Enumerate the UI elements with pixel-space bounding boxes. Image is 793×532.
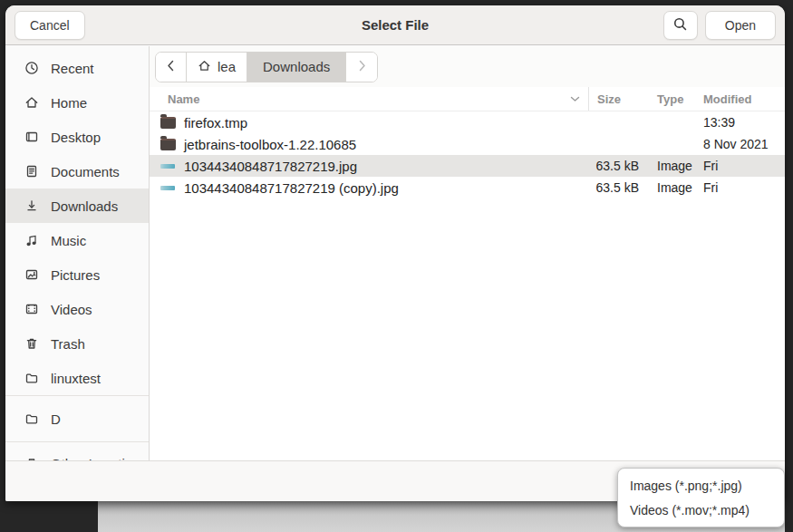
desktop-icon	[24, 130, 39, 145]
home-icon	[198, 59, 211, 75]
sidebar-item-label: Downloads	[51, 198, 118, 214]
breadcrumb: lea Downloads	[155, 52, 378, 82]
music-note-icon	[24, 233, 39, 248]
sidebar-item-downloads[interactable]: Downloads	[5, 189, 149, 223]
open-button[interactable]: Open	[705, 11, 776, 40]
film-icon	[24, 302, 39, 317]
column-header-name[interactable]: Name	[150, 87, 589, 111]
trash-icon	[24, 336, 39, 352]
search-icon	[672, 16, 688, 34]
sidebar-item-label: Recent	[51, 61, 94, 76]
sidebar-item-music[interactable]: Music	[5, 223, 149, 257]
file-type: Image	[648, 159, 698, 173]
download-icon	[24, 198, 39, 214]
file-modified: Fri	[698, 159, 785, 173]
chevron-right-icon	[358, 58, 366, 76]
column-header-type[interactable]: Type	[648, 92, 698, 106]
file-chooser-dialog: Select File Cancel Open Recen	[5, 5, 785, 501]
dialog-body: Recent Home Desktop	[5, 46, 785, 460]
image-thumbnail-icon	[160, 181, 177, 194]
filter-option-videos[interactable]: Videos (*.mov;*.mp4)	[618, 498, 784, 522]
sidebar-item-recent[interactable]: Recent	[5, 51, 149, 85]
column-header-size[interactable]: Size	[589, 92, 648, 106]
file-row-firefox-tmp[interactable]: firefox.tmp 13:39	[150, 111, 785, 133]
breadcrumb-home[interactable]: lea	[187, 53, 247, 82]
file-modified: 13:39	[698, 115, 785, 130]
places-sidebar: Recent Home Desktop	[5, 46, 150, 460]
file-name: 10344340848717827219 (copy).jpg	[184, 180, 399, 196]
file-name: 10344340848717827219.jpg	[184, 159, 357, 174]
sidebar-item-trash[interactable]: Trash	[5, 326, 149, 361]
file-row-jetbrains-toolbox[interactable]: jetbrains-toolbox-1.22.10685 8 Nov 2021	[150, 133, 785, 155]
home-icon	[24, 95, 39, 111]
sidebar-item-desktop[interactable]: Desktop	[5, 120, 149, 154]
list-header: Name Size Type Modified	[150, 87, 785, 111]
sidebar-item-label: Pictures	[51, 267, 100, 283]
file-row-jpg[interactable]: 10344340848717827219.jpg 63.5 kB Image F…	[150, 155, 785, 177]
folder-icon	[24, 411, 39, 427]
back-button[interactable]	[156, 53, 187, 82]
picture-icon	[24, 267, 39, 283]
filter-option-images[interactable]: Images (*.png;*.jpg)	[618, 473, 784, 498]
file-filter-dropdown: Images (*.png;*.jpg) Videos (*.mov;*.mp4…	[617, 468, 785, 527]
sidebar-item-label: linuxtest	[51, 371, 101, 386]
sidebar-item-home[interactable]: Home	[5, 85, 149, 120]
breadcrumb-downloads[interactable]: Downloads	[247, 53, 346, 82]
folder-icon	[160, 116, 177, 129]
sidebar-item-videos[interactable]: Videos	[5, 292, 149, 326]
file-browser-pane: lea Downloads Name	[150, 46, 785, 460]
breadcrumb-home-label: lea	[218, 59, 236, 74]
sidebar-item-documents[interactable]: Documents	[5, 154, 149, 189]
pathbar: lea Downloads	[150, 46, 785, 87]
sidebar-item-other-locations[interactable]: Other Locations	[5, 442, 149, 460]
forward-button[interactable]	[346, 53, 377, 82]
column-header-modified[interactable]: Modified	[698, 92, 785, 106]
file-name: jetbrains-toolbox-1.22.10685	[184, 137, 356, 152]
sidebar-item-label: D	[51, 411, 61, 427]
sidebar-item-label: Music	[51, 233, 86, 248]
sidebar-item-label: Trash	[51, 336, 85, 352]
file-list: firefox.tmp 13:39 jetbrains-toolbox-1.22…	[150, 111, 785, 460]
sidebar-item-label: Videos	[51, 302, 92, 317]
sidebar-item-label: Home	[51, 95, 87, 111]
file-modified: Fri	[698, 180, 785, 195]
sidebar-item-pictures[interactable]: Pictures	[5, 257, 149, 292]
document-icon	[24, 164, 39, 179]
cancel-button[interactable]: Cancel	[15, 11, 85, 40]
sidebar-item-d[interactable]: D	[5, 396, 149, 441]
folder-icon	[24, 371, 39, 386]
file-name: firefox.tmp	[184, 115, 247, 131]
sort-chevron-down-icon	[570, 95, 580, 102]
file-type: Image	[648, 180, 698, 195]
file-row-jpg-copy[interactable]: 10344340848717827219 (copy).jpg 63.5 kB …	[150, 177, 785, 198]
file-modified: 8 Nov 2021	[698, 137, 785, 151]
clock-icon	[24, 61, 39, 76]
file-size: 63.5 kB	[589, 180, 648, 195]
search-button[interactable]	[663, 11, 698, 40]
folder-icon	[160, 138, 177, 150]
headerbar: Select File Cancel Open	[5, 5, 785, 45]
sidebar-item-label: Desktop	[51, 130, 101, 145]
chevron-left-icon	[167, 58, 175, 76]
sidebar-item-linuxtest[interactable]: linuxtest	[5, 361, 149, 395]
file-size: 63.5 kB	[589, 159, 648, 173]
sidebar-item-label: Documents	[51, 164, 120, 179]
image-thumbnail-icon	[160, 160, 177, 172]
